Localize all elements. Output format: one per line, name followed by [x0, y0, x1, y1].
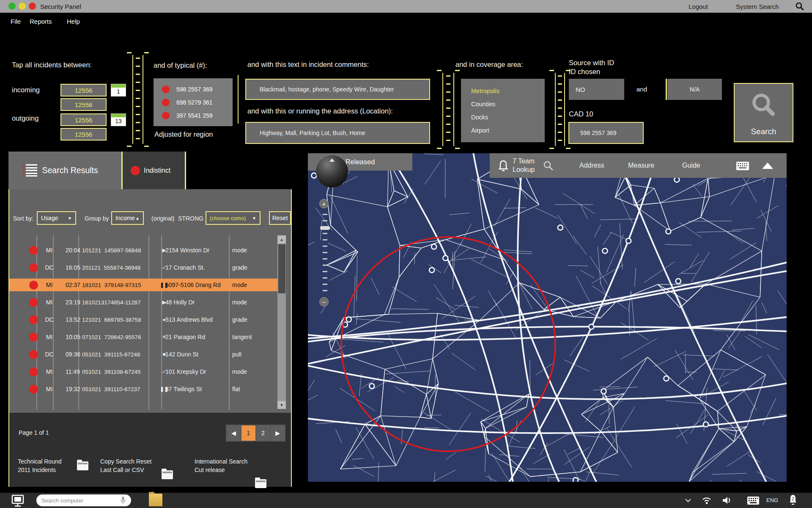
map-tool-measure[interactable]: Measure [628, 153, 654, 178]
window-green-light-icon[interactable] [8, 3, 16, 10]
outgoing-calendar-widget[interactable]: 13 [111, 113, 126, 126]
bell-icon[interactable] [497, 160, 509, 172]
row-mode: mode [232, 244, 247, 257]
incoming-calendar-widget[interactable]: 1 [111, 84, 126, 97]
table-row[interactable]: DC 16:05 201121 555874-36948 ✓ 17 Cranac… [9, 261, 277, 274]
pan-up-icon[interactable] [329, 158, 335, 162]
zoom-out-button[interactable]: − [319, 297, 329, 306]
outgoing-from-input[interactable]: 12556 [60, 113, 107, 126]
menu-file[interactable]: File [11, 18, 21, 25]
comments-label: and with this text in incident comments: [247, 61, 369, 69]
table-row[interactable]: DC 13:52 121021 669785-38758 ● 513 Andre… [9, 313, 277, 326]
row-mode: mode [232, 279, 247, 291]
map-tool-address[interactable]: Address [579, 153, 604, 178]
scrollbar-thumb[interactable] [278, 244, 285, 293]
volume-icon[interactable] [721, 495, 732, 505]
incoming-to-input[interactable]: 12556 [60, 98, 107, 111]
page-button[interactable]: ◀ [227, 425, 241, 441]
coverage-option[interactable]: Docks [471, 114, 545, 121]
scroll-down-icon[interactable]: ▼ [277, 401, 286, 409]
row-type: DC [36, 348, 62, 361]
row-address: 142 Dunn St [165, 348, 198, 361]
language-indicator[interactable]: ENG [766, 497, 778, 503]
coverage-option[interactable]: Counties [471, 101, 545, 108]
outgoing-to-input[interactable]: 12556 [60, 128, 107, 141]
zoom-slider-track[interactable] [323, 214, 327, 293]
sort-dropdown[interactable]: Usage ▼ [37, 211, 76, 225]
row-time: 11:49 [66, 365, 80, 378]
file-link-international-search[interactable]: International Search Cut release [195, 457, 247, 474]
incidents-between-label: Tap all incidents between: [12, 61, 92, 69]
typical-label: and of typical (#): [154, 61, 207, 69]
group-dropdown[interactable]: Income ▲ [111, 211, 144, 225]
system-search-button[interactable]: System Search [736, 3, 779, 10]
page-button[interactable]: 2 [256, 425, 270, 441]
cad-input[interactable]: 598 2557 369 [568, 122, 644, 144]
search-icon[interactable] [543, 160, 554, 171]
table-row[interactable]: MI 20:04 101221 145897-56848 ▶ 2154 Wins… [9, 244, 277, 257]
typical-number-row[interactable]: 698 5279 361 [162, 99, 233, 106]
table-row[interactable]: MI 19:32 051021 391110-67237 ❚❚ 37 Twili… [9, 383, 277, 395]
search-icon[interactable] [795, 2, 804, 11]
typical-number-row[interactable]: 598 2557 369 [162, 86, 233, 93]
folder-icon[interactable] [162, 470, 173, 479]
tab-indistinct[interactable]: Indistinct [122, 152, 185, 189]
menu-help[interactable]: Help [67, 18, 80, 25]
map-canvas[interactable] [308, 153, 787, 482]
incoming-from-input[interactable]: 12556 [60, 84, 107, 97]
coms-dropdown[interactable]: (choose coms) ▼ [206, 211, 261, 225]
folder-icon[interactable] [149, 494, 162, 506]
row-mode: mode [232, 296, 247, 309]
coverage-option[interactable]: Metropolis [471, 88, 545, 94]
file-link-technical-round[interactable]: Technical Round 2011 Incidents [18, 457, 62, 474]
window-red-light-icon[interactable] [29, 3, 36, 10]
red-dot-icon [131, 166, 140, 175]
taskbar-search-input[interactable]: Search computer [36, 494, 131, 506]
table-row[interactable]: MI 10:05 071021 728642-95576 ✳ 21 Parago… [9, 331, 277, 343]
row-id: 201121 555874-36948 [82, 261, 141, 274]
zoom-slider-thumb[interactable] [320, 226, 330, 230]
keyboard-icon[interactable] [747, 496, 760, 505]
page-label: Page 1 of 1 [19, 429, 49, 436]
notification-bell-icon[interactable]: 2 [787, 494, 798, 507]
table-row[interactable]: DC 09:36 051021 391115-67248 ■ 142 Dunn … [9, 348, 277, 361]
file-link-copy-search[interactable]: Copy Search Reset Last Call or CSV [100, 457, 151, 474]
page-button[interactable]: ▶ [271, 425, 285, 441]
reset-button[interactable]: Reset [269, 211, 291, 225]
window-yellow-light-icon[interactable] [19, 3, 26, 10]
map-trackball[interactable] [316, 155, 348, 188]
source-na-input[interactable]: N/A [667, 79, 722, 100]
table-row[interactable]: MI 02:37 181021 379148-97315 ❚❚ 5097-510… [9, 279, 277, 291]
table-row[interactable]: MI 23:19 1610213174854-11287 ▶ 48 Holly … [9, 296, 277, 309]
keyboard-icon[interactable] [736, 161, 749, 171]
folder-icon[interactable] [77, 461, 88, 470]
row-type: DC [36, 313, 62, 326]
monitor-icon[interactable] [11, 494, 25, 507]
menu-reports[interactable]: Reports [30, 18, 52, 25]
page-button[interactable]: 1 [241, 425, 255, 441]
search-button[interactable]: Search [734, 83, 793, 142]
notification-count: 2 [792, 496, 794, 501]
tab-search-results[interactable]: Search Results [8, 152, 121, 189]
logout-button[interactable]: Logout [689, 3, 708, 10]
zoom-in-button[interactable]: + [319, 199, 329, 208]
scroll-up-icon[interactable]: ▲ [277, 235, 286, 243]
row-address: 21 Paragon Rd [165, 331, 205, 343]
table-row[interactable]: MI 11:49 051021 391108-67245 ✓ 101 Kreps… [9, 365, 277, 378]
typical-numbers-box[interactable]: 598 2557 369 698 5279 361 397 5541 259 [154, 78, 233, 126]
coverage-option[interactable]: Airport [471, 127, 545, 134]
wifi-icon[interactable] [701, 495, 712, 505]
source-no-input[interactable]: NO [569, 79, 624, 100]
collapse-up-icon[interactable] [762, 163, 773, 169]
row-id: 181021 379148-97315 [82, 279, 141, 291]
chevron-down-icon[interactable] [684, 497, 692, 503]
location-input[interactable]: Highway, Mall, Parking Lot, Bush, Home [245, 122, 430, 144]
typical-number-row[interactable]: 397 5541 259 [162, 112, 233, 119]
folder-icon[interactable] [255, 479, 266, 488]
comments-input[interactable]: Blackmail, hostage, phone, Speedy Wire, … [245, 79, 430, 100]
microphone-icon[interactable] [120, 496, 126, 505]
coverage-list[interactable]: Metropolis Counties Docks Airport [461, 79, 545, 142]
team-lookup-button[interactable]: 7 Team Lookup [513, 153, 540, 178]
map-tool-guide[interactable]: Guide [682, 153, 700, 178]
results-scrollbar[interactable]: ▲ ▼ [277, 235, 286, 409]
